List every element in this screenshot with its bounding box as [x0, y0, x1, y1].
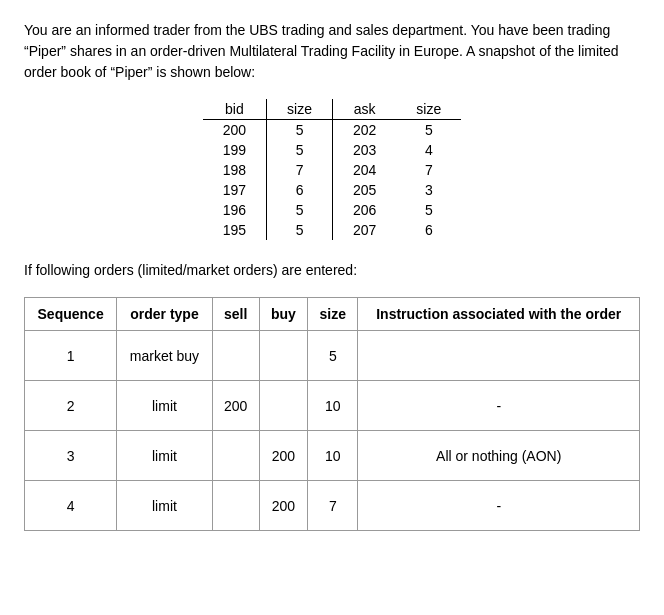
- ob-cell-1-1: 5: [267, 140, 333, 160]
- orders-cell-orderType: limit: [117, 481, 213, 531]
- orders-cell-instruction: -: [358, 481, 640, 531]
- section-text: If following orders (limited/market orde…: [24, 260, 640, 281]
- ob-cell-4-2: 206: [333, 200, 397, 220]
- orders-cell-instruction: All or nothing (AON): [358, 431, 640, 481]
- order-book-table: bid size ask size 2005202519952034198720…: [203, 99, 462, 240]
- ob-row: 19552076: [203, 220, 462, 240]
- orders-cell-sell: [212, 331, 259, 381]
- ob-cell-3-1: 6: [267, 180, 333, 200]
- col-size: size: [308, 298, 358, 331]
- orders-cell-sell: 200: [212, 381, 259, 431]
- ob-cell-0-1: 5: [267, 120, 333, 141]
- orders-cell-sequence: 4: [25, 481, 117, 531]
- ob-cell-4-3: 5: [396, 200, 461, 220]
- ob-cell-5-2: 207: [333, 220, 397, 240]
- orders-cell-orderType: market buy: [117, 331, 213, 381]
- col-instruction: Instruction associated with the order: [358, 298, 640, 331]
- col-sequence: Sequence: [25, 298, 117, 331]
- table-row: 2limit20010-: [25, 381, 640, 431]
- orders-cell-sequence: 1: [25, 331, 117, 381]
- ob-row: 20052025: [203, 120, 462, 141]
- orders-cell-orderType: limit: [117, 431, 213, 481]
- ob-row: 19762053: [203, 180, 462, 200]
- ob-header-bid: bid: [203, 99, 267, 120]
- ob-cell-0-2: 202: [333, 120, 397, 141]
- orders-cell-instruction: -: [358, 381, 640, 431]
- orders-cell-orderType: limit: [117, 381, 213, 431]
- ob-cell-3-3: 3: [396, 180, 461, 200]
- intro-paragraph: You are an informed trader from the UBS …: [24, 20, 640, 83]
- orders-cell-sequence: 3: [25, 431, 117, 481]
- orders-cell-buy: 200: [259, 481, 308, 531]
- ob-header-size2: size: [396, 99, 461, 120]
- ob-cell-2-1: 7: [267, 160, 333, 180]
- orders-cell-size: 10: [308, 381, 358, 431]
- orders-cell-sell: [212, 431, 259, 481]
- ob-cell-2-3: 7: [396, 160, 461, 180]
- orders-cell-sell: [212, 481, 259, 531]
- ob-header-ask: ask: [333, 99, 397, 120]
- orders-cell-size: 5: [308, 331, 358, 381]
- table-row: 3limit20010All or nothing (AON): [25, 431, 640, 481]
- col-buy: buy: [259, 298, 308, 331]
- ob-header-size1: size: [267, 99, 333, 120]
- ob-cell-4-1: 5: [267, 200, 333, 220]
- ob-cell-5-0: 195: [203, 220, 267, 240]
- ob-cell-2-2: 204: [333, 160, 397, 180]
- ob-cell-5-3: 6: [396, 220, 461, 240]
- ob-row: 19872047: [203, 160, 462, 180]
- col-sell: sell: [212, 298, 259, 331]
- orders-cell-sequence: 2: [25, 381, 117, 431]
- ob-cell-4-0: 196: [203, 200, 267, 220]
- orders-cell-buy: [259, 381, 308, 431]
- ob-cell-1-0: 199: [203, 140, 267, 160]
- col-order-type: order type: [117, 298, 213, 331]
- ob-cell-1-3: 4: [396, 140, 461, 160]
- table-row: 4limit2007-: [25, 481, 640, 531]
- ob-cell-3-0: 197: [203, 180, 267, 200]
- table-row: 1market buy5: [25, 331, 640, 381]
- ob-cell-2-0: 198: [203, 160, 267, 180]
- orders-cell-instruction: [358, 331, 640, 381]
- ob-cell-5-1: 5: [267, 220, 333, 240]
- orders-cell-size: 10: [308, 431, 358, 481]
- ob-cell-0-0: 200: [203, 120, 267, 141]
- ob-row: 19652065: [203, 200, 462, 220]
- orders-cell-size: 7: [308, 481, 358, 531]
- ob-cell-0-3: 5: [396, 120, 461, 141]
- orders-cell-buy: [259, 331, 308, 381]
- orders-table: Sequence order type sell buy size Instru…: [24, 297, 640, 531]
- ob-row: 19952034: [203, 140, 462, 160]
- ob-cell-3-2: 205: [333, 180, 397, 200]
- ob-cell-1-2: 203: [333, 140, 397, 160]
- orders-cell-buy: 200: [259, 431, 308, 481]
